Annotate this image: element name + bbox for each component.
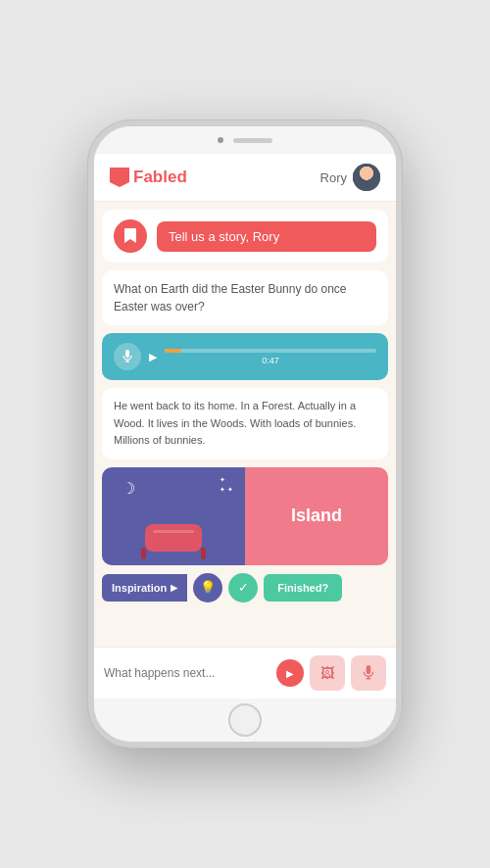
inspiration-label: Inspiration xyxy=(112,582,167,594)
user-area[interactable]: Rory xyxy=(320,164,380,191)
bookmark-icon xyxy=(123,228,137,244)
audio-time: 0:47 xyxy=(165,356,376,365)
finished-button[interactable]: Finished? xyxy=(264,574,342,602)
home-button[interactable] xyxy=(228,703,262,737)
camera-dot xyxy=(218,137,223,143)
scene-image-side: ☽ ✦✦ ✦ xyxy=(102,467,245,565)
scene-illustration: ☽ ✦✦ ✦ xyxy=(102,467,245,565)
app-header: Fabled Rory xyxy=(94,154,396,202)
user-avatar[interactable] xyxy=(353,164,380,191)
app-logo-text: Fabled xyxy=(133,168,187,187)
arrow-icon: ▶ xyxy=(171,583,177,593)
svg-rect-3 xyxy=(367,665,371,674)
send-icon: ▶ xyxy=(286,668,294,679)
audio-progress-bar[interactable] xyxy=(165,349,376,353)
moon-icon: ☽ xyxy=(122,479,135,498)
bulb-button[interactable]: 💡 xyxy=(193,573,222,603)
avatar-face xyxy=(353,164,380,191)
check-button[interactable]: ✓ xyxy=(228,573,258,603)
image-island-card[interactable]: ☽ ✦✦ ✦ Island xyxy=(102,467,388,565)
phone-bottom-bar xyxy=(94,699,396,742)
mic-icon xyxy=(122,350,132,363)
image-upload-button[interactable]: 🖼 xyxy=(310,655,345,691)
bookmark-icon-circle xyxy=(114,219,147,253)
play-button[interactable]: ▶ xyxy=(149,351,157,363)
phone-screen: Fabled Rory Tell us a story, Rory xyxy=(94,154,396,699)
story-prompt-text: Tell us a story, Rory xyxy=(157,221,376,252)
audio-progress-fill xyxy=(165,349,181,353)
screen-content: Tell us a story, Rory What on Earth did … xyxy=(94,202,396,647)
finished-label: Finished? xyxy=(277,582,328,594)
inspiration-button[interactable]: Inspiration ▶ xyxy=(102,574,187,602)
bookmark-logo-icon xyxy=(110,168,129,187)
stars-decoration: ✦✦ ✦ xyxy=(220,475,233,495)
bulb-icon: 💡 xyxy=(200,580,216,595)
image-icon: 🖼 xyxy=(320,665,334,681)
pillow-illustration xyxy=(145,524,202,552)
question-card: What on Earth did the Easter Bunny do on… xyxy=(102,270,388,325)
island-side[interactable]: Island xyxy=(245,467,388,565)
user-name-label: Rory xyxy=(320,170,347,185)
action-bar: Inspiration ▶ 💡 ✓ Finished? xyxy=(102,573,388,603)
question-text: What on Earth did the Easter Bunny do on… xyxy=(114,280,376,315)
story-text-card: He went back to its home. In a Forest. A… xyxy=(102,388,388,459)
story-prompt-card: Tell us a story, Rory xyxy=(102,210,388,263)
send-button[interactable]: ▶ xyxy=(276,659,304,687)
svg-rect-0 xyxy=(125,350,129,358)
check-icon: ✓ xyxy=(238,580,249,595)
mic-input-icon xyxy=(363,665,374,681)
bottom-input-bar: ▶ 🖼 xyxy=(94,647,396,699)
audio-progress-container: 0:47 xyxy=(165,349,376,365)
story-input[interactable] xyxy=(104,666,270,680)
audio-card: ▶ 0:47 xyxy=(102,333,388,380)
phone-frame: Fabled Rory Tell us a story, Rory xyxy=(88,121,402,747)
mic-button[interactable] xyxy=(114,343,141,370)
voice-input-button[interactable] xyxy=(351,655,386,691)
island-label: Island xyxy=(291,506,342,526)
logo-area: Fabled xyxy=(110,168,187,187)
story-text: He went back to its home. In a Forest. A… xyxy=(114,398,376,450)
speaker-bar xyxy=(233,138,272,143)
phone-top-bar xyxy=(94,126,396,154)
